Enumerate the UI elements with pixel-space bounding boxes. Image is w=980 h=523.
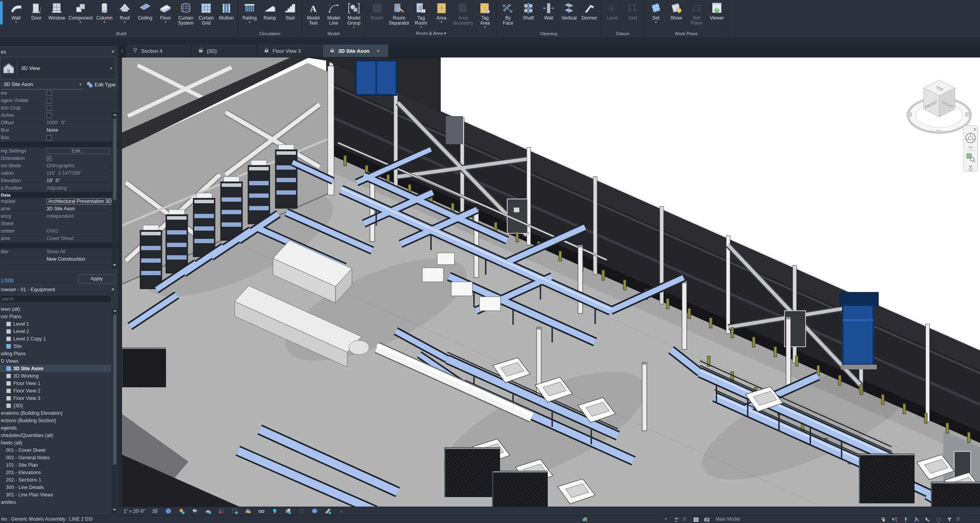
edit-button[interactable]: Edit...: [47, 148, 109, 154]
checkbox[interactable]: [47, 91, 52, 96]
browser-tree-item[interactable]: 101 - Site Plan: [0, 461, 111, 469]
ribbon-tool-button[interactable]: RefPlane: [686, 1, 707, 26]
ribbon-tool-button[interactable]: Window: [47, 1, 67, 21]
ribbon-tool-button[interactable]: Viewer: [707, 1, 727, 21]
ribbon-tool-button[interactable]: Shaft: [518, 1, 538, 21]
ribbon-tool-button[interactable]: Wall: [538, 1, 559, 21]
browser-tree-item[interactable]: 002 - General Notes: [0, 454, 111, 461]
ribbon-tool-button[interactable]: Ramp: [260, 1, 280, 21]
view-control-icon[interactable]: [298, 508, 305, 514]
ribbon-panel-label[interactable]: Work Plane: [646, 31, 727, 38]
properties-help-link[interactable]: s help: [1, 277, 14, 283]
property-value[interactable]: [45, 97, 118, 104]
browser-tree-item[interactable]: Level 2 Copy 1: [0, 335, 111, 342]
value-field[interactable]: Architectural Presentation 3D: [47, 198, 113, 204]
ribbon-tool-button[interactable]: Dormer: [579, 1, 599, 21]
apply-button[interactable]: Apply: [78, 274, 115, 283]
collapse-view-bar-icon[interactable]: ‹: [340, 508, 342, 514]
selection-toggle-icon[interactable]: [914, 516, 920, 523]
ribbon-tool-button[interactable]: Ceiling: [135, 1, 155, 21]
browser-tree-item[interactable]: Floor View 3: [0, 394, 111, 402]
active-design-option-icon[interactable]: [704, 516, 710, 523]
ribbon-tool-button[interactable]: CurtainSystem: [176, 1, 196, 26]
browser-tree-item[interactable]: Level 1: [0, 320, 111, 328]
worksets-icon[interactable]: [582, 516, 588, 523]
checkbox[interactable]: [47, 106, 52, 111]
checkbox[interactable]: [47, 135, 52, 140]
property-value[interactable]: New Construction: [45, 256, 118, 263]
property-value[interactable]: Adjusting: [45, 184, 118, 192]
view-control-icon[interactable]: [152, 508, 158, 514]
browser-tree-item[interactable]: ections (Building Section): [0, 417, 111, 424]
view-tab[interactable]: {3D}: [192, 45, 257, 57]
navigation-bar[interactable]: [964, 125, 978, 172]
scroll-down-icon[interactable]: [113, 509, 116, 511]
property-value[interactable]: 3D Site Axon: [45, 205, 118, 212]
browser-tree-item[interactable]: heets (all): [0, 439, 111, 446]
dropdown-caret-icon[interactable]: [249, 21, 250, 24]
view-tab[interactable]: Section 4: [126, 45, 192, 57]
property-group-header[interactable]: [0, 141, 118, 147]
property-value[interactable]: 1000' 0": [45, 119, 118, 126]
browser-tree-item[interactable]: Floor View 1: [0, 380, 111, 387]
property-value[interactable]: None: [45, 127, 118, 134]
browser-tree-item[interactable]: amilies: [0, 498, 111, 506]
ribbon-tool-button[interactable]: 1 TagArea: [475, 1, 495, 29]
ribbon-tool-button[interactable]: ModelGroup: [344, 1, 364, 29]
property-value[interactable]: 116' 2 147/256": [45, 170, 118, 177]
ribbon-tool-button[interactable]: ModelLine: [323, 1, 344, 26]
ribbon-panel-label[interactable]: Build: [6, 31, 237, 38]
property-value[interactable]: [45, 104, 118, 111]
close-properties-icon[interactable]: ×: [111, 48, 115, 55]
view-control-icon[interactable]: [218, 508, 225, 514]
selection-toggle-icon[interactable]: [935, 516, 942, 523]
ribbon-tool-button[interactable]: Vertical: [559, 1, 579, 21]
browser-tree-item[interactable]: 300 - Line Details: [0, 484, 111, 491]
view-control-icon[interactable]: [311, 508, 318, 514]
view-control-icon[interactable]: [258, 508, 265, 514]
ribbon-tool-button[interactable]: Component: [67, 1, 94, 24]
property-value[interactable]: Architectural Presentation 3D: [45, 198, 118, 205]
selection-toggle-icon[interactable]: [881, 516, 887, 523]
editing-requests-icon[interactable]: [673, 516, 680, 523]
view-control-icon[interactable]: [178, 508, 185, 514]
browser-tree-item[interactable]: D Views: [0, 357, 111, 365]
ribbon-tool-button[interactable]: RoomSeparator: [387, 1, 411, 26]
browser-tree-item[interactable]: 202 - Sections 1: [0, 476, 111, 484]
dropdown-caret-icon[interactable]: [353, 26, 355, 29]
view-control-icon[interactable]: [192, 508, 198, 514]
ribbon-panel-label[interactable]: Model: [303, 31, 364, 38]
ribbon-tool-button[interactable]: Stair: [280, 1, 300, 21]
browser-scrollbar[interactable]: [112, 308, 117, 513]
dropdown-caret-icon[interactable]: [104, 21, 105, 24]
view-control-icon[interactable]: [325, 508, 331, 514]
ribbon-tool-button[interactable]: Mullion: [216, 1, 237, 21]
browser-tree-item[interactable]: 301 - Line Plan Views: [0, 491, 111, 498]
ribbon-tool-button[interactable]: Area: [431, 1, 452, 24]
ribbon-tool-button[interactable]: Show: [666, 1, 686, 21]
browser-tree-item[interactable]: Level 2: [0, 328, 111, 335]
browser-tree-item[interactable]: evations (Building Elevation): [0, 409, 111, 417]
browser-tree-item[interactable]: egends: [0, 424, 111, 432]
design-options-icon[interactable]: [693, 516, 699, 523]
ribbon-tool-button[interactable]: Set: [646, 1, 666, 24]
ribbon-tool-button[interactable]: Room: [367, 1, 387, 21]
selection-toggle-icon[interactable]: [892, 516, 898, 523]
ribbon-tool-button[interactable]: Grid: [623, 1, 643, 21]
ribbon-panel-label[interactable]: Room & Area ▾: [367, 30, 495, 38]
ribbon-tool-button[interactable]: Floor: [155, 1, 176, 24]
ribbon-tool-button[interactable]: ByFace: [498, 1, 518, 26]
browser-tree-item[interactable]: oor Plans: [0, 313, 111, 320]
close-project-browser-icon[interactable]: ×: [111, 286, 115, 292]
scroll-down-icon[interactable]: [113, 264, 116, 266]
browser-tree-item[interactable]: Floor View 2: [0, 387, 111, 394]
property-value[interactable]: [45, 90, 118, 97]
ribbon-tool-button[interactable]: Wall: [6, 1, 26, 24]
ribbon-tool-button[interactable]: Column: [94, 1, 115, 24]
close-tab-icon[interactable]: ×: [377, 48, 380, 54]
view-control-icon[interactable]: [285, 508, 291, 514]
property-value[interactable]: G001: [45, 227, 118, 235]
drawing-area[interactable]: TOP FRONT RIGHT: [122, 57, 980, 507]
ribbon-tool-button[interactable]: AreaBoundary: [452, 1, 475, 26]
browser-tree-item[interactable]: 201 - Elevations: [0, 469, 111, 476]
